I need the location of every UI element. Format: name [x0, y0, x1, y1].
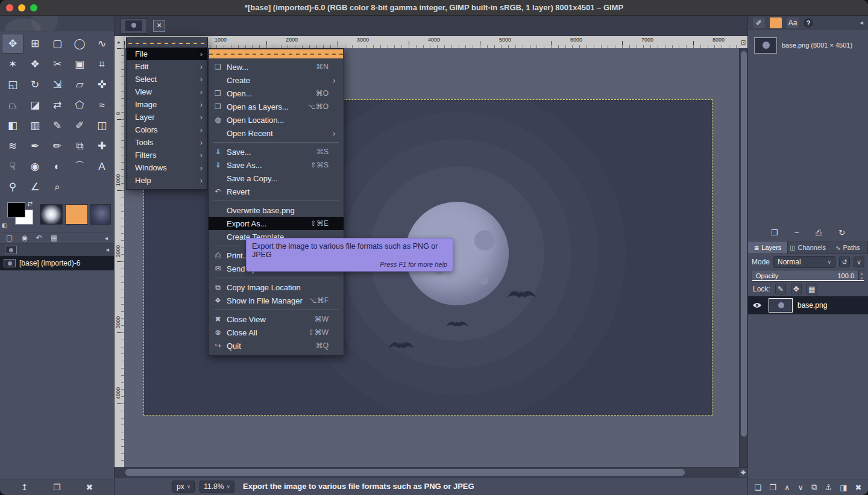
tool-paintbrush[interactable]: ✐: [69, 116, 90, 135]
mode-switch-button[interactable]: ↺: [839, 257, 850, 267]
menu-item[interactable]: Help ›: [127, 174, 207, 187]
mode-options-button[interactable]: ∨: [854, 257, 864, 267]
mode-dropdown[interactable]: Normal ∨: [773, 256, 835, 268]
menu-access-button[interactable]: ▸: [115, 36, 124, 48]
minimize-window-button[interactable]: [18, 4, 25, 11]
layer-row[interactable]: base.png: [748, 296, 868, 314]
menu-item[interactable]: ⇓ Save... ⌘S ›: [209, 145, 344, 158]
menu-item[interactable]: Layer ›: [127, 111, 207, 123]
menu-item[interactable]: Edit ›: [127, 60, 207, 73]
tool-alignment[interactable]: ⊞: [24, 34, 46, 54]
tool-cage-transform[interactable]: ⬠: [69, 95, 90, 115]
tool-fuzzy-select[interactable]: ✶: [2, 54, 24, 74]
tearoff-handle[interactable]: [128, 40, 206, 47]
horizontal-scrollbar-thumb[interactable]: [125, 469, 685, 476]
menu-item[interactable]: Colors ›: [127, 123, 207, 136]
lock-pixels-button[interactable]: ✎: [775, 284, 786, 294]
tool-select-by-color[interactable]: ❖: [24, 54, 46, 74]
tearoff-handle[interactable]: [209, 49, 343, 58]
menu-item[interactable]: Export As... ⇧⌘E ›: [209, 217, 344, 230]
lock-alpha-button[interactable]: ▦: [807, 284, 817, 294]
tool-blur-sharpen[interactable]: ◉: [24, 157, 46, 176]
tool-text[interactable]: A: [91, 157, 113, 176]
panel-menu-icon[interactable]: ◂: [860, 19, 863, 26]
refresh-button[interactable]: ↻: [838, 228, 845, 237]
tool-measure[interactable]: ∠: [24, 177, 46, 197]
active-gradient-thumbnail[interactable]: [90, 204, 111, 225]
tool-zoom[interactable]: ⌕: [46, 177, 68, 197]
tool-clone[interactable]: ⧉: [69, 136, 90, 156]
raise-displays-button[interactable]: ↥: [21, 482, 28, 492]
menu-item[interactable]: File ›: [127, 48, 207, 60]
dock-tab-undo-history[interactable]: ↶: [36, 234, 42, 242]
tool-bucket-fill[interactable]: ◧: [2, 116, 24, 135]
lock-position-button[interactable]: ✥: [791, 284, 802, 294]
vertical-scrollbar-thumb[interactable]: [741, 51, 747, 437]
menu-item[interactable]: Open Recent ›: [209, 126, 344, 140]
image-list-item[interactable]: [base] (imported)-6: [0, 256, 114, 270]
merge-layer-button[interactable]: ◨: [840, 483, 847, 492]
tool-flip[interactable]: ⇄: [46, 95, 68, 115]
menu-item[interactable]: ↪ Quit ⌘Q ›: [209, 339, 344, 352]
dock-menu-icon[interactable]: ◂: [104, 234, 108, 242]
foreground-color-swatch[interactable]: [7, 202, 25, 217]
tool-handle-transform[interactable]: ✜: [91, 75, 113, 95]
duplicate-layer-button[interactable]: ⧉: [811, 482, 817, 492]
menu-item[interactable]: Image ›: [127, 98, 207, 111]
tool-shear[interactable]: ▱: [69, 75, 90, 95]
menu-item[interactable]: ↶ Revert ›: [209, 185, 344, 198]
lower-layer-button[interactable]: ∨: [798, 483, 804, 492]
tool-ellipse-select[interactable]: ◯: [69, 34, 90, 54]
reset-colors-icon[interactable]: ◧: [2, 222, 7, 228]
help-icon[interactable]: ?: [804, 18, 813, 28]
tool-foreground-select[interactable]: ▣: [69, 54, 90, 74]
tool-dodge-burn[interactable]: ◐: [46, 157, 68, 176]
menu-item[interactable]: Create ›: [209, 73, 344, 87]
menu-item[interactable]: Tools ›: [127, 136, 207, 149]
tool-airbrush[interactable]: ≋: [2, 136, 24, 156]
new-view-button[interactable]: ❐: [771, 228, 778, 237]
fullscreen-window-button[interactable]: [30, 4, 37, 11]
tool-rectangle-select[interactable]: ▢: [46, 34, 68, 54]
active-pattern-thumbnail[interactable]: [65, 204, 88, 225]
tab-brushes[interactable]: ✐: [753, 17, 765, 28]
close-tab-button[interactable]: ✕: [153, 20, 165, 32]
tool-move[interactable]: ✥: [2, 34, 24, 54]
vertical-scrollbar[interactable]: [739, 48, 747, 467]
tool-3d-transform[interactable]: ◪: [24, 95, 46, 115]
menu-item[interactable]: View ›: [127, 86, 207, 98]
close-window-button[interactable]: [6, 4, 13, 11]
delete-image-button[interactable]: ✖: [86, 482, 93, 492]
swap-colors-icon[interactable]: ⇄: [27, 200, 33, 208]
tab-channels[interactable]: ◫ Channels: [788, 241, 828, 254]
tool-eraser[interactable]: ◫: [91, 116, 113, 135]
tool-perspective[interactable]: ⏢: [2, 95, 24, 115]
raise-layer-button[interactable]: ∧: [784, 483, 790, 492]
menu-item[interactable]: Windows ›: [127, 161, 207, 174]
tool-mypaint-brush[interactable]: ✏: [46, 136, 68, 156]
dock-tab-device-status[interactable]: ◉: [21, 234, 27, 242]
dock-tab-tool-options[interactable]: ▢: [6, 234, 13, 242]
tab-paths[interactable]: ∿ Paths: [828, 241, 868, 254]
new-layer-button[interactable]: ❏: [755, 483, 762, 492]
menu-item[interactable]: Save a Copy... ›: [209, 172, 344, 185]
image-preview-thumbnail[interactable]: [754, 37, 777, 54]
layer-visibility-toggle[interactable]: [750, 302, 764, 308]
tool-unified-transform[interactable]: ◱: [2, 75, 24, 95]
zoom-select[interactable]: 11.8% ∨: [200, 481, 234, 493]
opacity-slider[interactable]: Opacity 100.0 ∧ ∨: [752, 270, 864, 282]
ruler-horizontal[interactable]: 10002000300040005000600070008000: [124, 36, 739, 48]
tool-color-picker[interactable]: ⚲: [2, 177, 24, 197]
tool-heal[interactable]: ✚: [91, 136, 113, 156]
active-brush-thumbnail[interactable]: [40, 204, 63, 225]
print-button[interactable]: ⎙: [816, 228, 822, 238]
toolbox-drag-handle[interactable]: [0, 16, 114, 31]
tool-scissors-select[interactable]: ✂: [46, 54, 68, 74]
menu-item[interactable]: Select ›: [127, 73, 207, 86]
images-dialog-tab-icon[interactable]: [5, 246, 17, 254]
tab-fonts[interactable]: Aa: [787, 17, 799, 28]
ruler-vertical[interactable]: 01000200030004000: [115, 48, 124, 467]
tool-rotate[interactable]: ↻: [24, 75, 46, 95]
menu-item[interactable]: ⊗ Close All ⇧⌘W ›: [209, 326, 344, 339]
image-tab[interactable]: [121, 18, 147, 34]
